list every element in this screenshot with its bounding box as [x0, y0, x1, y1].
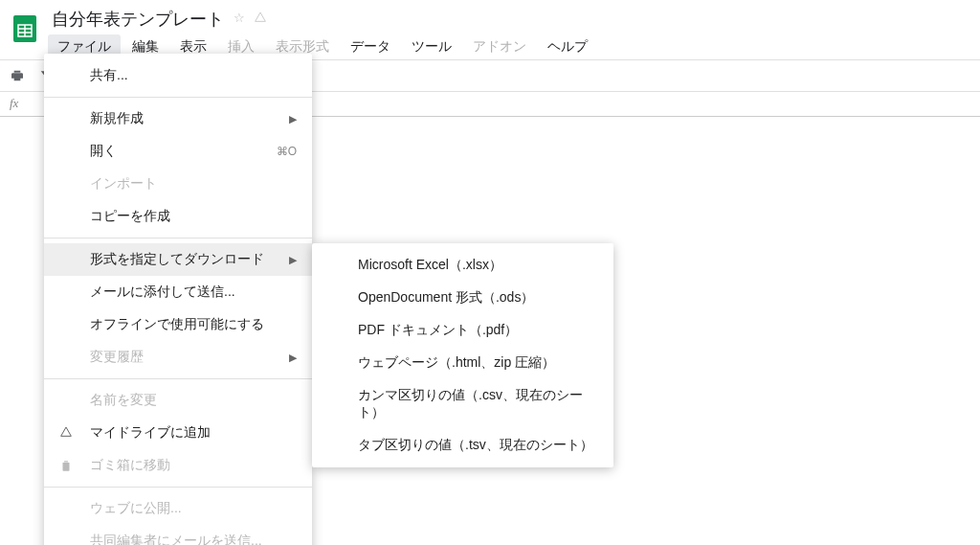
- doc-title[interactable]: 自分年表テンプレート: [52, 8, 224, 31]
- menu-tools[interactable]: ツール: [402, 34, 461, 59]
- menu-addons[interactable]: アドオン: [463, 34, 536, 59]
- menu-help[interactable]: ヘルプ: [538, 34, 597, 59]
- fx-label: fx: [10, 96, 18, 110]
- menu-share[interactable]: 共有...: [44, 59, 312, 92]
- sheets-icon[interactable]: [8, 6, 42, 52]
- print-icon[interactable]: [8, 66, 27, 85]
- menu-data[interactable]: データ: [341, 34, 400, 59]
- chevron-right-icon: ▶: [289, 113, 297, 118]
- menu-new[interactable]: 新規作成▶: [44, 102, 312, 117]
- drive-status-icon[interactable]: [253, 11, 268, 29]
- file-menu-dropdown: 共有... 新規作成▶ 開く⌘O インポート コピーを作成 形式を指定してダウン…: [44, 54, 312, 117]
- star-icon[interactable]: ☆: [234, 11, 245, 29]
- title-bar: 自分年表テンプレート ☆ ファイル 編集 表示 挿入 表示形式 データ ツール …: [0, 0, 980, 59]
